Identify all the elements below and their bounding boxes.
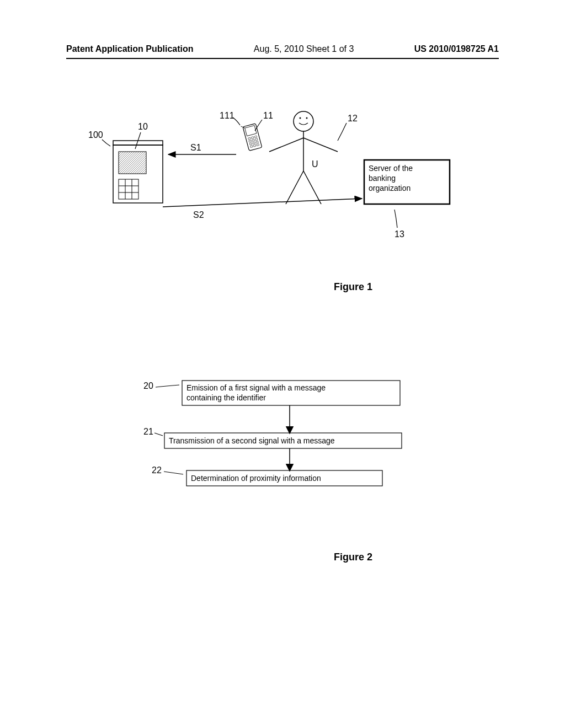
figure-1-label: Figure 1	[334, 281, 372, 293]
ref-20: 20	[143, 381, 153, 390]
svg-rect-10	[245, 125, 257, 136]
ref-21: 21	[143, 427, 153, 436]
ref-11: 11	[263, 111, 273, 120]
header-divider	[66, 58, 499, 59]
svg-line-30	[286, 171, 303, 204]
svg-line-43	[164, 472, 183, 474]
svg-rect-23	[257, 144, 259, 146]
svg-rect-21	[250, 146, 253, 148]
server-box-line1: Server of the	[369, 164, 413, 173]
svg-rect-15	[249, 140, 252, 142]
svg-point-24	[294, 111, 313, 131]
svg-rect-14	[254, 136, 257, 138]
ref-s2: S2	[193, 210, 204, 220]
svg-rect-4	[119, 179, 138, 199]
svg-point-26	[306, 117, 308, 119]
svg-rect-20	[256, 141, 259, 143]
ref-111: 111	[220, 111, 234, 120]
svg-line-28	[269, 138, 303, 152]
svg-rect-12	[248, 137, 251, 140]
svg-point-25	[300, 117, 301, 119]
ref-10: 10	[138, 122, 148, 131]
svg-rect-22	[253, 144, 256, 147]
server-box: Server of the banking organization	[364, 160, 450, 204]
svg-line-40	[154, 433, 163, 436]
terminal-icon	[113, 141, 163, 203]
header-patent-number: US 2010/0198725 A1	[414, 44, 499, 54]
svg-rect-13	[251, 137, 254, 139]
step-20-line2: containing the identifier	[186, 393, 266, 402]
header-publication: Patent Application Publication	[66, 44, 194, 54]
svg-line-29	[303, 138, 338, 152]
server-box-line2: banking	[369, 174, 396, 183]
svg-rect-17	[255, 138, 258, 141]
server-box-line3: organization	[369, 184, 411, 192]
figure-2: Emission of a first signal with a messag…	[138, 375, 425, 518]
step-20-line1: Emission of a first signal with a messag…	[186, 383, 326, 392]
svg-line-35	[163, 199, 362, 207]
figure-1-diagram: 100 10	[77, 108, 475, 267]
user-icon	[269, 111, 338, 204]
header-date-sheet: Aug. 5, 2010 Sheet 1 of 3	[254, 44, 354, 54]
ref-12: 12	[348, 114, 358, 123]
svg-rect-9	[243, 124, 262, 151]
figure-2-label: Figure 2	[334, 552, 372, 563]
svg-rect-3	[119, 152, 146, 174]
ref-100: 100	[88, 130, 103, 140]
svg-rect-18	[249, 143, 252, 145]
ref-22: 22	[152, 465, 162, 475]
figure-2-diagram: Emission of a first signal with a messag…	[138, 375, 425, 518]
step-22-text: Determination of proximity information	[191, 474, 321, 483]
page-header: Patent Application Publication Aug. 5, 2…	[0, 44, 565, 54]
ref-13: 13	[395, 229, 404, 239]
ref-u: U	[312, 159, 318, 169]
svg-line-31	[303, 171, 321, 204]
mobile-phone-icon	[241, 122, 262, 151]
figure-1: 100 10	[77, 108, 475, 267]
svg-rect-16	[252, 139, 255, 141]
svg-rect-19	[253, 142, 255, 144]
ref-s1: S1	[190, 143, 201, 152]
step-21-text: Transmission of a second signal with a m…	[169, 436, 335, 445]
